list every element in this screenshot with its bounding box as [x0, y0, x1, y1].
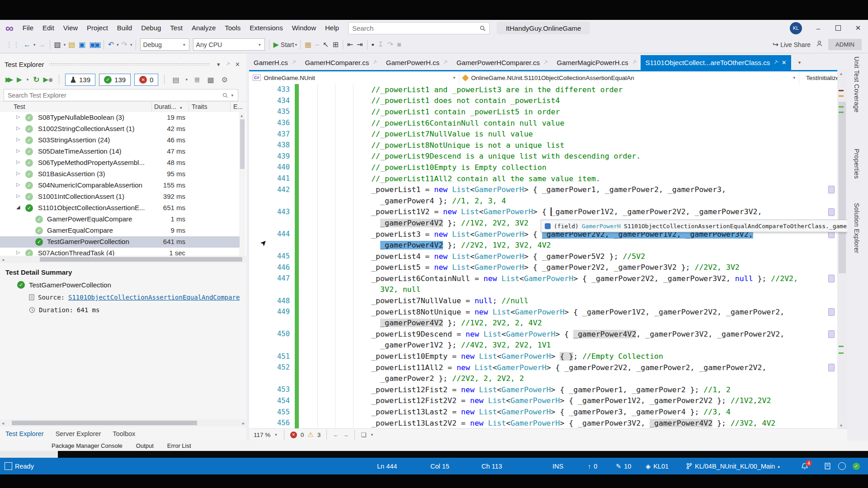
- expander-icon[interactable]: ▷: [16, 136, 20, 142]
- column-duration[interactable]: Durati...: [154, 103, 176, 110]
- prev-issue-icon[interactable]: ←: [333, 432, 339, 438]
- undo-dropdown[interactable]: ▾: [116, 42, 120, 47]
- test-name[interactable]: S1002StringCollectionAssert (1): [38, 125, 134, 132]
- footer-tab-server-explorer[interactable]: Server Explorer: [56, 430, 101, 437]
- group-by-icon[interactable]: ≣: [192, 75, 202, 84]
- strip-tab-unit-test-coverage[interactable]: Unit Test Coverage: [853, 56, 860, 113]
- code-line[interactable]: 441//_powerList11All2 contain all the sa…: [249, 173, 837, 184]
- start-dropdown[interactable]: ▾: [294, 42, 298, 47]
- column-test[interactable]: Test: [14, 103, 25, 110]
- sync-success-icon[interactable]: ✓: [853, 458, 860, 474]
- strip-tab-properties[interactable]: Properties: [853, 149, 860, 179]
- menu-help[interactable]: Help: [321, 20, 344, 36]
- avatar[interactable]: KL: [790, 22, 802, 34]
- run-all-tests-button[interactable]: ▶▶: [5, 75, 10, 84]
- test-name[interactable]: S06TypeMethodPropertyAssembl...: [38, 159, 145, 166]
- test-row[interactable]: ✓TestGamerPowerCollection641 ms: [0, 236, 240, 248]
- run-dropdown[interactable]: ▾: [26, 77, 30, 82]
- pin-icon[interactable]: ⊤: [631, 59, 638, 66]
- notifications-bell[interactable]: 4: [801, 458, 808, 474]
- code-line[interactable]: 453_powerList12Fist2 = new List<GamerPow…: [249, 384, 837, 395]
- code-line[interactable]: 450_powerList9Descend = new List<GamerPo…: [249, 328, 837, 340]
- source-link[interactable]: S1101ObjectCollectionAssertionEqualAndCo…: [68, 294, 240, 301]
- undo-button[interactable]: ↶: [106, 40, 116, 49]
- code-line[interactable]: 433//_powerList1 and _powerList3 are in …: [249, 84, 837, 95]
- status-line[interactable]: Ln 444: [377, 458, 397, 474]
- reference-pin-icon[interactable]: [828, 308, 835, 316]
- test-name[interactable]: TestGamerPowerCollection: [47, 238, 129, 245]
- error-count[interactable]: 0: [301, 432, 304, 438]
- repo-indicator[interactable]: ◈ KL01: [646, 458, 669, 474]
- test-name[interactable]: S1101ObjectCollectionAssertionE...: [38, 204, 145, 211]
- code-editor[interactable]: 433//_powerList1 and _powerList3 are in …: [249, 84, 837, 429]
- tree-scrollbar[interactable]: ▴: [239, 112, 245, 259]
- tab-GamerPowerH.cs[interactable]: GamerPowerH.cs⊤: [382, 55, 452, 70]
- expander-icon[interactable]: ◢: [16, 204, 20, 210]
- menu-file[interactable]: File: [18, 20, 38, 36]
- zoom-dropdown[interactable]: ▾: [274, 432, 278, 437]
- branch-indicator[interactable]: KL/04B_NUnit_KL/00_Main ▴: [686, 458, 780, 474]
- code-line[interactable]: 448_powerList7NullValue = null; //null: [249, 295, 837, 306]
- minimize-button[interactable]: –: [808, 20, 828, 36]
- pending-edits[interactable]: ✎ 10: [616, 458, 631, 474]
- feedback-icon[interactable]: [811, 40, 828, 49]
- solution-platform-select[interactable]: Any CPU▾: [193, 38, 265, 51]
- code-line[interactable]: _gamerPower2 }; //2V2, 2, 2V2, 2: [249, 373, 837, 384]
- save-all-button[interactable]: ▣▣: [87, 40, 101, 49]
- layer-icon[interactable]: ▩: [205, 75, 216, 84]
- menu-window[interactable]: Window: [288, 20, 321, 36]
- scrollbar-thumb[interactable]: [839, 102, 846, 273]
- footer-tab-test-explorer[interactable]: Test Explorer: [5, 430, 44, 437]
- start-debug-button[interactable]: ▶: [272, 40, 281, 49]
- test-row[interactable]: ✓GamerEqualCompare9 ms: [0, 225, 240, 236]
- pin-icon[interactable]: ⊤: [290, 59, 297, 66]
- navigate-forward-code-icon[interactable]: ⇥: [355, 40, 364, 49]
- code-line[interactable]: _gamerPower4 }; //1, 2, 3, 4: [249, 195, 837, 206]
- search-options-dropdown[interactable]: ▾: [230, 93, 234, 98]
- test-row[interactable]: ▷✓S1001IntCollectionAssert (1)392 ms: [0, 191, 240, 202]
- tab-GamerH.cs[interactable]: GamerH.cs⊤: [249, 55, 300, 70]
- expander-icon[interactable]: ▷: [16, 170, 20, 176]
- scroll-up-icon[interactable]: ▴: [840, 71, 842, 76]
- code-line[interactable]: _gamerPower4V2 }; //1V2, 2V2, 2, 4V2: [249, 317, 837, 328]
- publish-icon[interactable]: ▦: [303, 40, 313, 49]
- open-file-button[interactable]: ▤: [66, 40, 77, 49]
- navigate-back-button[interactable]: ←: [22, 41, 33, 49]
- tab-GamerPowerHComparer.cs[interactable]: GamerPowerHComparer.cs⊤: [452, 55, 552, 70]
- incoming-commits[interactable]: ↑ 0: [588, 458, 597, 474]
- window-position-icon[interactable]: ▾: [214, 61, 223, 68]
- start-label[interactable]: Start: [281, 41, 294, 48]
- repeat-last-run-button[interactable]: ↻: [33, 75, 39, 84]
- status-character[interactable]: Ch 113: [481, 458, 502, 474]
- scroll-left-icon[interactable]: ◂: [2, 257, 4, 262]
- editor-vertical-scrollbar[interactable]: ▴ ▾: [837, 70, 847, 429]
- code-line[interactable]: 445_powerList4 = new List<GamerPowerH> {…: [249, 251, 837, 262]
- close-tab-icon[interactable]: ✕: [782, 59, 787, 66]
- bottom-tab-error-list[interactable]: Error List: [167, 442, 191, 449]
- save-button[interactable]: ▣: [77, 40, 87, 49]
- tag-icon[interactable]: ❏: [361, 431, 366, 438]
- status-column[interactable]: Col 15: [430, 458, 449, 474]
- test-row[interactable]: ▷✓S01BasicAssertion (3)95 ms: [0, 169, 240, 180]
- warning-count[interactable]: 3: [317, 432, 321, 438]
- test-row[interactable]: ▷✓S04NumericIComparableAssertion155 ms: [0, 180, 240, 191]
- live-share-label[interactable]: Live Share: [780, 41, 811, 48]
- status-insert-mode[interactable]: INS: [552, 458, 563, 474]
- expander-icon[interactable]: ▷: [16, 249, 20, 255]
- code-line[interactable]: 3V2, null: [249, 284, 837, 296]
- feedback-doc-icon[interactable]: [825, 458, 830, 474]
- tab-GamerHComparer.cs[interactable]: GamerHComparer.cs⊤: [300, 55, 381, 70]
- code-line[interactable]: 443_powerList1V2 = new List<GamerPowerH>…: [249, 206, 837, 218]
- code-line[interactable]: 436//_powerList6ContainNull contain null…: [249, 117, 837, 129]
- navigate-backward-code-icon[interactable]: ⇤: [345, 40, 355, 49]
- code-line[interactable]: 438//_powerList8NotUnique is not a uniqu…: [249, 140, 837, 151]
- close-button[interactable]: ✕: [848, 20, 868, 36]
- code-line[interactable]: 442_powerList1 = new List<GamerPowerH> {…: [249, 184, 837, 195]
- tab-GamerMagicPowerH.cs[interactable]: GamerMagicPowerH.cs⊤: [552, 55, 641, 70]
- reference-pin-icon[interactable]: [828, 330, 835, 338]
- test-name[interactable]: GamerPowerEqualCompare: [47, 215, 132, 223]
- solution-configuration-select[interactable]: Debug▾: [140, 38, 189, 51]
- code-line[interactable]: 434//_powerList1 does not contain _power…: [249, 95, 837, 107]
- pin-icon[interactable]: ⊤: [542, 59, 549, 66]
- test-row[interactable]: ▷✓S08TypeNullableBoolean (3)19 ms: [0, 112, 240, 123]
